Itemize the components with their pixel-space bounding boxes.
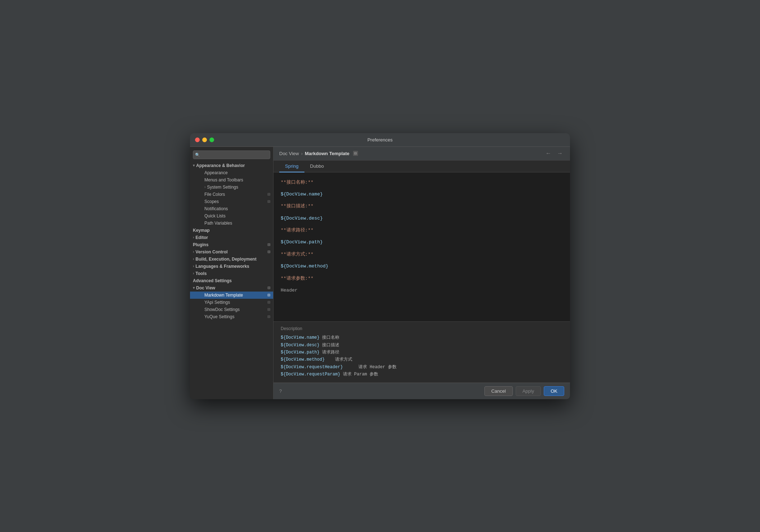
sidebar-section-label: Version Control: [195, 249, 227, 254]
sidebar-section-keymap[interactable]: Keymap: [190, 227, 273, 234]
editor-line: ${DocView.method}: [281, 262, 563, 270]
breadcrumb-separator: ›: [301, 151, 303, 156]
desc-line-2: ${DocView.desc} 接口描述: [281, 342, 563, 349]
sidebar-item-appearance[interactable]: Appearance: [190, 169, 273, 176]
cancel-button[interactable]: Cancel: [484, 386, 512, 396]
sidebar-item-label: Appearance: [204, 170, 228, 175]
minimize-button[interactable]: [202, 137, 207, 142]
chevron-right-icon: ›: [204, 185, 205, 189]
maximize-button[interactable]: [209, 137, 214, 142]
sidebar-item-scopes[interactable]: Scopes ⊟: [190, 198, 273, 205]
forward-arrow[interactable]: →: [556, 149, 564, 157]
file-icon: ⊟: [267, 250, 270, 254]
sidebar-item-file-colors[interactable]: File Colors ⊟: [190, 191, 273, 198]
file-icon: ⊟: [267, 293, 270, 297]
desc-var: ${DocView.path}: [281, 350, 320, 355]
ok-button[interactable]: OK: [544, 386, 564, 396]
back-arrow[interactable]: ←: [544, 149, 553, 157]
help-button[interactable]: ?: [279, 388, 282, 394]
chevron-down-icon: ▾: [193, 163, 195, 167]
sidebar-section-label: Languages & Frameworks: [195, 264, 249, 269]
sidebar-section-version-control[interactable]: › Version Control ⊟: [190, 248, 273, 256]
sidebar-item-label: Path Variables: [204, 221, 232, 226]
editor-line: **请求方式:**: [281, 250, 563, 258]
sidebar-section-plugins[interactable]: Plugins ⊟: [190, 241, 273, 248]
traffic-lights: [195, 137, 214, 142]
sidebar-section-tools[interactable]: › Tools: [190, 270, 273, 277]
editor-line-empty: [281, 198, 563, 202]
sidebar-section-label: Plugins: [193, 242, 208, 247]
file-icon: ⊟: [267, 199, 270, 203]
desc-text: 请求 Param 参数: [343, 372, 378, 377]
sidebar-item-menus-toolbars[interactable]: Menus and Toolbars: [190, 176, 273, 184]
sidebar-section-advanced[interactable]: Advanced Settings: [190, 277, 273, 284]
file-icon: ⊟: [267, 192, 270, 196]
sidebar-item-markdown-template[interactable]: Markdown Template ⊟: [190, 292, 273, 299]
right-panel: Doc View › Markdown Template ⊟ ← → Sprin…: [273, 147, 570, 399]
file-icon: ⊟: [267, 243, 270, 247]
sidebar-item-showdoc-settings[interactable]: ShowDoc Settings ⊟: [190, 306, 273, 313]
editor-line-empty: [281, 211, 563, 214]
sidebar-item-yuque-settings[interactable]: YuQue Settings ⊟: [190, 313, 273, 320]
sidebar-item-system-settings[interactable]: › System Settings: [190, 184, 273, 191]
nav-arrows: ← →: [544, 149, 564, 157]
sidebar-section-languages[interactable]: › Languages & Frameworks: [190, 263, 273, 270]
desc-text: 请求路径: [322, 350, 339, 355]
window-title: Preferences: [367, 137, 393, 143]
sidebar-section-appearance-behavior[interactable]: ▾ Appearance & Behavior: [190, 162, 273, 169]
chevron-right-icon: ›: [193, 235, 194, 239]
breadcrumb: Doc View › Markdown Template ⊟: [279, 151, 358, 156]
sidebar-section-label: Appearance & Behavior: [196, 163, 245, 168]
sidebar-section-label: Build, Execution, Deployment: [195, 257, 256, 262]
editor-area[interactable]: **接口名称:** ${DocView.name} **接口描述:** ${Do…: [273, 172, 570, 322]
sidebar-item-notifications[interactable]: Notifications: [190, 205, 273, 212]
sidebar-section-label: Advanced Settings: [193, 278, 232, 283]
desc-text: 接口名称: [322, 335, 339, 340]
desc-text: 接口描述: [322, 343, 339, 348]
desc-line-3: ${DocView.path} 请求路径: [281, 349, 563, 356]
apply-button[interactable]: Apply: [516, 386, 541, 396]
sidebar-section-doc-view[interactable]: ▾ Doc View ⊟: [190, 284, 273, 292]
sidebar-item-path-variables[interactable]: Path Variables: [190, 220, 273, 227]
desc-text: 请求方式: [327, 357, 353, 362]
sidebar-item-quick-lists[interactable]: Quick Lists: [190, 212, 273, 220]
editor-line-empty: [281, 247, 563, 250]
desc-line-1: ${DocView.name} 接口名称: [281, 334, 563, 341]
editor-line: ${DocView.desc}: [281, 214, 563, 222]
desc-line-4: ${DocView.method} 请求方式: [281, 356, 563, 363]
footer-buttons: Cancel Apply OK: [484, 386, 564, 396]
editor-line: ${DocView.path}: [281, 238, 563, 246]
search-input[interactable]: [193, 150, 270, 159]
editor-line: **请求参数:**: [281, 274, 563, 283]
breadcrumb-icon: ⊟: [353, 151, 358, 156]
sidebar-section-editor[interactable]: › Editor: [190, 234, 273, 241]
sidebar-item-label: Markdown Template: [204, 293, 243, 298]
sidebar-item-yapi-settings[interactable]: YApi Settings ⊟: [190, 299, 273, 306]
sidebar: 🔍 ▾ Appearance & Behavior Appearance Men…: [190, 147, 273, 399]
search-box[interactable]: 🔍: [193, 150, 270, 159]
description-panel: Description ${DocView.name} 接口名称 ${DocVi…: [273, 321, 570, 382]
sidebar-section-label: Tools: [195, 271, 207, 276]
close-button[interactable]: [195, 137, 200, 142]
desc-line-5: ${DocView.requestHeader} 请求 Header 参数: [281, 364, 563, 371]
file-icon: ⊟: [267, 286, 270, 290]
tab-dubbo[interactable]: Dubbo: [304, 161, 330, 172]
desc-var: ${DocView.desc}: [281, 343, 320, 348]
sidebar-section-build[interactable]: › Build, Execution, Deployment: [190, 256, 273, 263]
sidebar-item-label: ShowDoc Settings: [204, 307, 240, 312]
file-icon: ⊟: [267, 307, 270, 311]
description-title: Description: [281, 326, 563, 331]
sidebar-item-label: YuQue Settings: [204, 314, 234, 319]
chevron-right-icon: ›: [193, 257, 194, 261]
editor-line-empty: [281, 186, 563, 190]
sidebar-item-label: Scopes: [204, 199, 219, 204]
tab-spring[interactable]: Spring: [279, 161, 304, 172]
editor-line: **接口名称:**: [281, 178, 563, 186]
editor-line-empty: [281, 222, 563, 226]
sidebar-section-label: Editor: [195, 235, 208, 240]
sidebar-item-label: File Colors: [204, 192, 225, 197]
tabs-bar: Spring Dubbo: [273, 161, 570, 172]
main-content: 🔍 ▾ Appearance & Behavior Appearance Men…: [190, 147, 570, 399]
footer: ? Cancel Apply OK: [273, 383, 570, 399]
desc-line-6: ${DocView.requestParam} 请求 Param 参数: [281, 371, 563, 378]
